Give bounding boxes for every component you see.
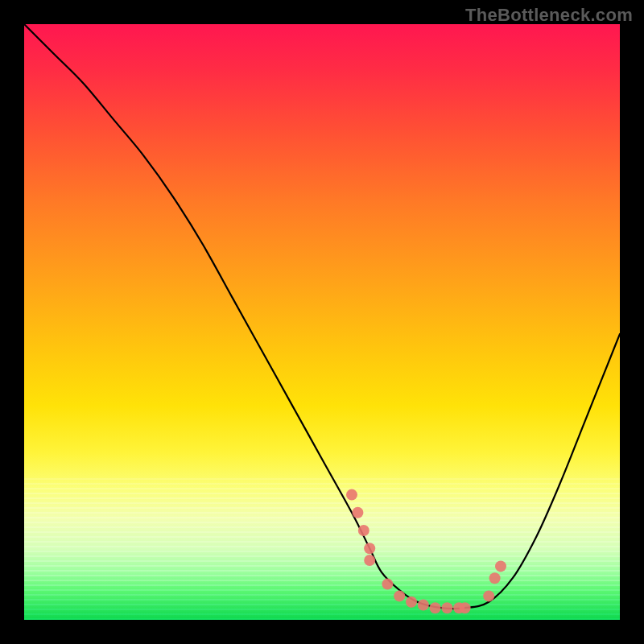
- highlighted-point: [406, 597, 417, 608]
- highlighted-point: [418, 600, 429, 611]
- highlighted-point: [441, 602, 452, 613]
- plot-area: [24, 24, 620, 620]
- highlighted-point: [460, 602, 471, 613]
- highlighted-points-group: [346, 489, 506, 614]
- highlighted-point: [394, 590, 405, 601]
- chart-frame: TheBottleneck.com: [0, 0, 644, 644]
- highlighted-point: [364, 555, 375, 566]
- bottleneck-curve-path: [24, 24, 620, 609]
- highlighted-point: [346, 489, 357, 501]
- highlighted-point: [352, 507, 363, 518]
- highlighted-point: [382, 579, 393, 590]
- highlighted-point: [483, 590, 494, 601]
- watermark-text: TheBottleneck.com: [465, 5, 633, 26]
- highlighted-point: [489, 572, 501, 584]
- highlighted-point: [495, 560, 506, 572]
- highlighted-point: [358, 525, 369, 536]
- highlighted-point: [430, 602, 441, 613]
- highlighted-point: [453, 602, 464, 613]
- curve-layer: [24, 24, 620, 620]
- highlighted-point: [364, 543, 375, 554]
